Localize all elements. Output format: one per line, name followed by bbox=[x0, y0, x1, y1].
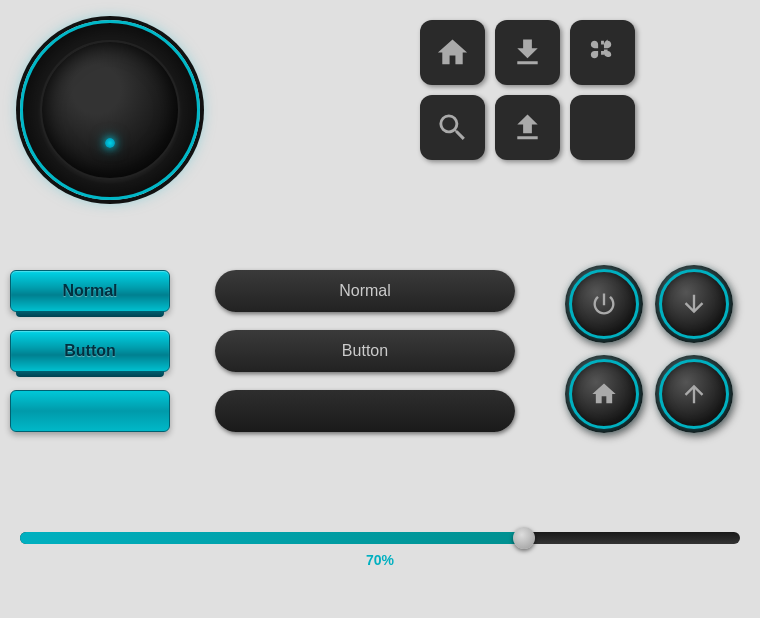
up-round-button[interactable] bbox=[655, 355, 733, 433]
round-buttons-section bbox=[565, 265, 735, 435]
dark-normal-button[interactable]: Normal bbox=[215, 270, 515, 312]
main-container: Normal Button Normal Button bbox=[0, 0, 760, 618]
slider-thumb[interactable] bbox=[513, 527, 535, 549]
search-icon bbox=[435, 110, 470, 145]
dark-button-button[interactable]: Button bbox=[215, 330, 515, 372]
teal-normal-button[interactable]: Normal bbox=[10, 270, 170, 312]
power-round-button[interactable] bbox=[565, 265, 643, 343]
knob-inner bbox=[40, 40, 180, 180]
slider-fill bbox=[20, 532, 524, 544]
search-icon-button[interactable] bbox=[420, 95, 485, 160]
upload-icon bbox=[510, 110, 545, 145]
command-icon-button[interactable] bbox=[570, 20, 635, 85]
down-arrow-icon bbox=[680, 290, 708, 318]
knob-dot bbox=[105, 138, 115, 148]
dark-buttons-section: Normal Button bbox=[215, 270, 515, 432]
empty-icon bbox=[585, 110, 620, 145]
slider-section: 70% bbox=[20, 532, 740, 568]
download-icon-button[interactable] bbox=[495, 20, 560, 85]
icon-buttons-section bbox=[420, 20, 635, 160]
down-round-button[interactable] bbox=[655, 265, 733, 343]
command-icon bbox=[585, 35, 620, 70]
home-icon-button[interactable] bbox=[420, 20, 485, 85]
empty-icon-button[interactable] bbox=[570, 95, 635, 160]
up-arrow-icon bbox=[680, 380, 708, 408]
teal-empty-button[interactable] bbox=[10, 390, 170, 432]
slider-label: 70% bbox=[20, 552, 740, 568]
home-icon bbox=[435, 35, 470, 70]
teal-buttons-section: Normal Button bbox=[10, 270, 170, 432]
slider-track[interactable] bbox=[20, 532, 740, 544]
power-icon bbox=[590, 290, 618, 318]
home-round-icon bbox=[590, 380, 618, 408]
teal-button-button[interactable]: Button bbox=[10, 330, 170, 372]
dark-empty-bar bbox=[215, 390, 515, 432]
knob-section bbox=[20, 20, 200, 200]
knob-outer[interactable] bbox=[20, 20, 200, 200]
upload-icon-button[interactable] bbox=[495, 95, 560, 160]
download-icon bbox=[510, 35, 545, 70]
home-round-button[interactable] bbox=[565, 355, 643, 433]
